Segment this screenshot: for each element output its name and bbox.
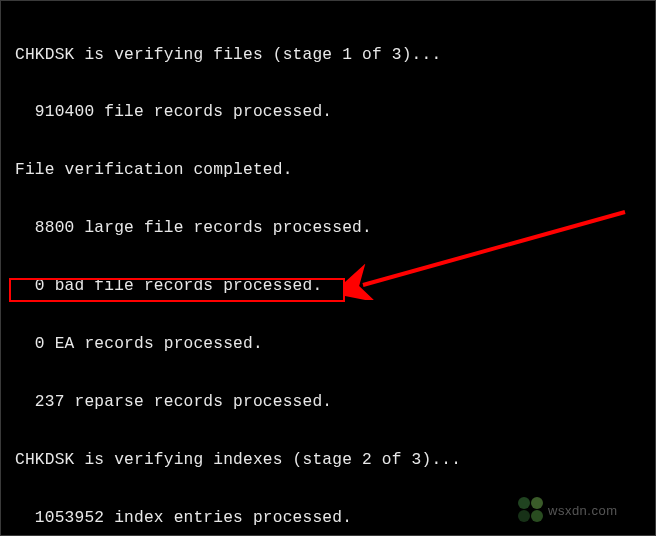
console-line: 0 bad file records processed. [15, 277, 643, 296]
watermark: wsxdn.com [518, 497, 638, 529]
console-line: CHKDSK is verifying files (stage 1 of 3)… [15, 46, 643, 65]
watermark-text: wsxdn.com [548, 503, 618, 518]
console-line: 8800 large file records processed. [15, 219, 643, 238]
console-line: 0 EA records processed. [15, 335, 643, 354]
watermark-logo-icon [518, 497, 546, 525]
console-line: 237 reparse records processed. [15, 393, 643, 412]
console-line: 910400 file records processed. [15, 103, 643, 122]
console-line: File verification completed. [15, 161, 643, 180]
console-line: CHKDSK is verifying indexes (stage 2 of … [15, 451, 643, 470]
chkdsk-console-output: CHKDSK is verifying files (stage 1 of 3)… [0, 0, 656, 536]
